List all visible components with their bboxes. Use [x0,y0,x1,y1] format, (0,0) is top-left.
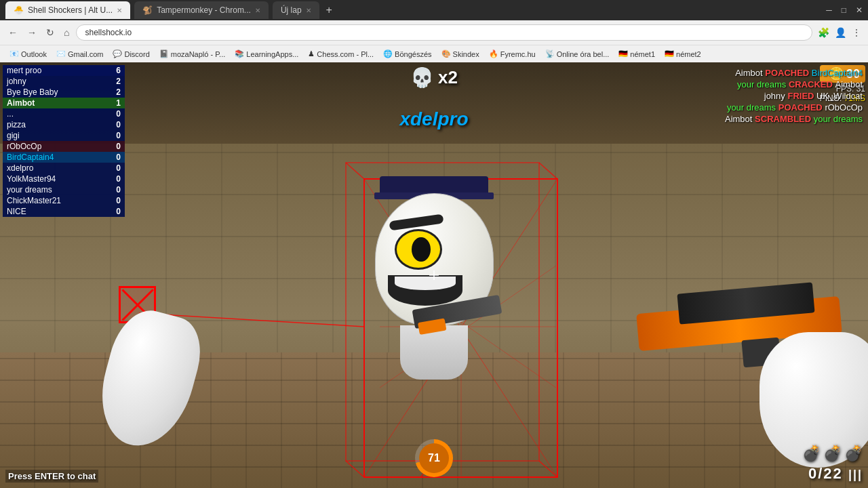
window-close[interactable]: ✕ [856,5,863,15]
score-val-9: 0 [116,152,121,162]
score-row-11: YolkMaster94 0 [3,174,125,184]
score-name-12: your dreams [7,185,52,195]
killfeed: Aimbot POACHED BirdCaptain4 your dreams … [725,68,863,125]
bookmark-discord[interactable]: 💬 Discord [108,48,153,60]
extensions-icon[interactable]: 🧩 [816,26,831,39]
nav-reload[interactable]: ↻ [43,26,57,39]
health-value: 71 [419,443,449,473]
bookmark-bongeszs[interactable]: 🌐 Böngészés [379,48,435,60]
tab-label: Shell Shockers | Alt U... [28,5,113,15]
menu-icon[interactable]: ⋮ [850,26,863,39]
nav-icons: 🧩 👤 ⋮ [816,26,863,39]
score-name-11: YolkMaster94 [7,174,56,184]
nav-forward[interactable]: → [24,26,39,39]
score-val-6: 0 [116,120,121,129]
killfeed-entry-4: your dreams POACHED rObOcOp [725,102,863,113]
bookmark-learningapps[interactable]: 📚 LearningApps... [231,48,302,60]
window-minimize[interactable]: ─ [826,5,832,15]
bookmark-outlook[interactable]: 📧 Outlook [5,48,51,60]
profile-icon[interactable]: 👤 [833,26,848,39]
score-name-14: NICE [7,207,26,216]
score-val-13: 0 [116,196,121,205]
enemy-head [375,193,494,325]
action-5: SCRAMBLED [755,114,814,124]
ammo-max: 22 [823,465,842,482]
score-row-13: ChickMaster21 0 [3,195,125,206]
skull-counter: 💀 x2 [410,66,458,89]
nav-back[interactable]: ← [5,26,20,39]
game-area: 💀 x2 🪙 30 FPS: 31 PING: 71MS Aimbot POAC… [0,62,868,488]
tab-close-btn[interactable]: ✕ [117,7,122,14]
enemy-mouth [388,275,462,306]
score-row-9: BirdCaptain4 0 [3,152,125,163]
right-hand-container [597,278,868,468]
nav-home[interactable]: ⌂ [61,26,72,39]
tab-label-2: Tampermonkey - Chrom... [157,5,251,15]
score-row-10: xdelpro 0 [3,163,125,174]
browser-titlebar: 🐣 Shell Shockers | Alt U... ✕ 🐒 Tampermo… [0,0,868,20]
bookmark-online-ora[interactable]: 📡 Online óra bel... [541,48,614,60]
score-name-10: xdelpro [7,163,33,173]
killer-2: your dreams [737,79,786,89]
score-name-13: ChickMaster21 [7,196,61,205]
score-row-5: ... 0 [3,108,125,119]
enemy-eye [395,229,442,270]
killer-3: johny [764,91,785,101]
left-hand-container [105,312,193,447]
bookmark-nemet2[interactable]: 🇩🇪 német2 [660,48,705,60]
tab-close-btn-2[interactable]: ✕ [255,7,260,14]
score-val-14: 0 [116,207,121,216]
killer-1: Aimbot [735,68,762,78]
window-restore[interactable]: □ [842,5,846,15]
score-row-6: pizza 0 [3,119,125,130]
bookmark-gmail[interactable]: ✉️ Gmail.com [52,48,108,60]
health-circle: 71 [415,439,453,477]
score-row-1: mert proo 6 [3,65,125,76]
bookmark-mozanaplo[interactable]: 📓 mozaNapló - P... [155,48,230,60]
browser-navbar: ← → ↻ ⌂ 🧩 👤 ⋮ [0,20,868,45]
tab-new[interactable]: Új lap ✕ [273,1,319,19]
enemy-eyebrow [389,214,443,231]
tab-tampermonkey[interactable]: 🐒 Tampermonkey - Chrom... ✕ [134,1,269,19]
grenade-icon-1: 💣 [802,445,821,462]
address-bar[interactable] [76,24,812,41]
score-name-you: Aimbot [7,98,35,108]
action-3: FRIED [787,91,816,101]
bookmark-skindex[interactable]: 🎨 Skindex [437,48,484,60]
enemy-name-label: xdelpro [399,108,468,130]
hud-bottom: Press ENTER to chat 71 💣 💣 💣 0/22 ||| [5,445,863,483]
new-tab-button[interactable]: + [323,4,335,16]
kill-multiplier: x2 [438,67,458,88]
grenade-icon-2: 💣 [823,445,842,462]
enemy-body [400,325,468,380]
score-name-1: mert proo [7,66,41,75]
bookmark-nemet1[interactable]: 🇩🇪 német1 [614,48,659,60]
score-name-2: johny [7,77,26,86]
score-name-9: BirdCaptain4 [7,152,54,162]
bookmark-fyremc[interactable]: 🔥 Fyremc.hu [485,48,540,60]
score-row-3: Bye Bye Baby 2 [3,87,125,98]
action-1: POACHED [765,68,812,78]
score-val-10: 0 [116,163,121,173]
action-4: POACHED [778,102,825,113]
health-container: 71 [415,439,453,477]
bookmark-chess[interactable]: ♟ Chess.com - Pl... [304,48,378,60]
killer-4: your dreams [727,102,776,113]
score-val-3: 2 [116,87,121,97]
score-name-5: ... [7,109,14,119]
victim-5: your dreams [814,114,863,124]
tab-shellshockers[interactable]: 🐣 Shell Shockers | Alt U... ✕ [5,1,130,19]
ammo-bar-icon: ||| [848,468,863,481]
killfeed-entry-3: johny FRIED UK_Wildcat [725,91,863,101]
score-row-7: gigi 0 [3,130,125,141]
skull-icon: 💀 [410,66,434,89]
ammo-current: 0 [808,465,818,482]
bookmarks-bar: 📧 Outlook ✉️ Gmail.com 💬 Discord 📓 mozaN… [0,45,868,62]
score-val-2: 2 [116,77,121,86]
score-row-14: NICE 0 [3,206,125,217]
chat-hint: Press ENTER to chat [5,470,98,483]
tab-favicon: 🐣 [14,5,24,15]
tab-close-btn-3[interactable]: ✕ [306,7,311,14]
victim-1: BirdCaptain4 [812,68,863,78]
score-val-7: 0 [116,131,121,140]
